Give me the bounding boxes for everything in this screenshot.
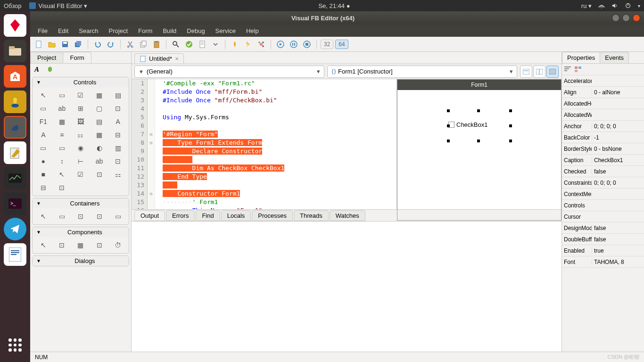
- bottom-tab-errors[interactable]: Errors: [166, 210, 195, 221]
- toolbox-control[interactable]: ab: [53, 102, 71, 115]
- procedure-combo[interactable]: ⟨⟩Form1 [Constructor]▾: [327, 66, 517, 78]
- toolbox-control[interactable]: ▭: [34, 142, 52, 154]
- cut-button[interactable]: [124, 39, 136, 50]
- app-menu-indicator[interactable]: Visual FB Editor ▾: [29, 2, 88, 9]
- property-row[interactable]: Constraints0; 0; 0; 0: [562, 177, 644, 189]
- toolbox-control[interactable]: ≡: [53, 129, 71, 141]
- prop-cat-icon[interactable]: [574, 66, 582, 73]
- toolbox-component[interactable]: ⏱: [109, 239, 127, 251]
- scope-combo[interactable]: ▼(General)▾: [134, 66, 324, 78]
- toolbox-control[interactable]: ▦: [91, 129, 108, 141]
- close-tab-button[interactable]: ×: [175, 55, 179, 62]
- window-maximize-button[interactable]: [622, 14, 630, 22]
- form-designer[interactable]: Form1 CheckBox1: [396, 79, 561, 209]
- toolbox-control[interactable]: ab: [91, 155, 108, 167]
- launcher-telegram[interactable]: [4, 218, 26, 240]
- window-close-button[interactable]: [633, 14, 640, 22]
- launcher-terminal[interactable]: >_: [4, 192, 26, 215]
- checkbox-control[interactable]: CheckBox1: [448, 121, 487, 128]
- bottom-tab-find[interactable]: Find: [196, 210, 220, 221]
- paste-button[interactable]: [151, 39, 162, 50]
- copy-button[interactable]: [138, 39, 149, 50]
- bits-64-button[interactable]: 64: [335, 40, 348, 49]
- toolbox-control[interactable]: ▢: [91, 102, 108, 115]
- launcher-files[interactable]: [4, 40, 26, 62]
- property-row[interactable]: FontTAHOMA, 8: [562, 256, 644, 268]
- toolbox-control[interactable]: ⊡: [109, 102, 127, 115]
- save-button[interactable]: [59, 39, 71, 50]
- compile-button[interactable]: [229, 39, 240, 50]
- toolbox-control[interactable]: ▤: [109, 89, 127, 101]
- toolbox-control[interactable]: ⚏: [109, 168, 127, 181]
- stop-button[interactable]: [301, 39, 313, 50]
- property-row[interactable]: Enabledtrue: [562, 245, 644, 256]
- keyboard-lang-indicator[interactable]: ru ▾: [581, 2, 592, 9]
- toolbox-control[interactable]: ⊟: [34, 181, 52, 194]
- launcher-editor[interactable]: [4, 141, 26, 164]
- redo-button[interactable]: [105, 39, 116, 50]
- property-row[interactable]: CaptionCheckBox1: [562, 155, 644, 166]
- property-row[interactable]: Checkedfalse: [562, 166, 644, 177]
- toolbox-control[interactable]: ▥: [109, 142, 127, 154]
- toolbox-control[interactable]: ☑: [72, 89, 90, 101]
- property-row[interactable]: AllocatedHeight: [562, 98, 644, 109]
- pause-button[interactable]: [288, 39, 299, 50]
- toolbox-control[interactable]: ◐: [91, 142, 108, 154]
- toolbox-control[interactable]: ▤: [91, 115, 108, 128]
- form-tab[interactable]: Form: [63, 52, 91, 63]
- menu-search[interactable]: Search: [74, 26, 103, 36]
- undo-button[interactable]: [92, 39, 103, 50]
- toolbox-component[interactable]: ↖: [34, 239, 52, 251]
- activities-button[interactable]: Обзор: [4, 2, 22, 9]
- text-tool-icon[interactable]: A: [32, 66, 41, 73]
- toolbox-control[interactable]: ↖: [34, 89, 52, 101]
- toolbox-control[interactable]: ◉: [72, 142, 90, 154]
- find-button[interactable]: [170, 39, 182, 50]
- toolbox-control[interactable]: ↖: [53, 168, 71, 181]
- property-row[interactable]: DoubleBufferedfalse: [562, 234, 644, 245]
- bottom-tab-watches[interactable]: Watches: [330, 210, 365, 221]
- toolbox-component[interactable]: ▦: [72, 239, 90, 251]
- launcher-browser[interactable]: [4, 14, 26, 37]
- property-row[interactable]: Accelerator: [562, 75, 644, 87]
- toolbox-control[interactable]: ⊟: [109, 129, 127, 141]
- open-file-button[interactable]: [46, 39, 58, 50]
- settings-button[interactable]: [256, 39, 267, 50]
- menu-service[interactable]: Service: [211, 26, 240, 36]
- toolbox-control[interactable]: ▭: [53, 142, 71, 154]
- launcher-writer[interactable]: [4, 243, 26, 266]
- menu-form[interactable]: Form: [133, 26, 157, 36]
- toolbox-component[interactable]: ⊡: [91, 239, 108, 251]
- dropdown-button[interactable]: [210, 39, 221, 50]
- toolbox-control[interactable]: ↕: [53, 155, 71, 167]
- property-row[interactable]: ContextMenu: [562, 189, 644, 200]
- toolbox-container[interactable]: ▭: [53, 210, 71, 222]
- new-file-button[interactable]: [33, 39, 44, 50]
- document-button[interactable]: [197, 39, 208, 50]
- window-minimize-button[interactable]: [612, 14, 619, 22]
- network-icon[interactable]: [598, 2, 605, 9]
- launcher-monitor[interactable]: [4, 167, 26, 189]
- toolbox-control[interactable]: ▭: [34, 102, 52, 115]
- toolbox-control[interactable]: A: [34, 129, 52, 141]
- check-button[interactable]: [183, 39, 195, 50]
- view-split-button[interactable]: [533, 66, 545, 78]
- clock[interactable]: Se, 21:44 ●: [318, 2, 350, 9]
- output-panel[interactable]: [132, 222, 561, 352]
- property-row[interactable]: BackColor-1: [562, 132, 644, 143]
- toolbox-control[interactable]: ■: [34, 168, 52, 181]
- events-tab[interactable]: Events: [600, 52, 629, 63]
- component-icon[interactable]: [45, 66, 55, 73]
- toolbox-control[interactable]: ⊡: [109, 155, 127, 167]
- window-titlebar[interactable]: Visual FB Editor (x64): [30, 11, 644, 25]
- property-row[interactable]: Cursor: [562, 211, 644, 222]
- save-all-button[interactable]: [73, 39, 84, 50]
- property-row[interactable]: Controls: [562, 200, 644, 211]
- sound-icon[interactable]: [611, 2, 618, 9]
- bottom-tab-locals[interactable]: Locals: [221, 210, 251, 221]
- launcher-software[interactable]: A: [4, 65, 26, 88]
- toolbox-control[interactable]: ⊞: [72, 102, 90, 115]
- power-icon[interactable]: [625, 2, 631, 9]
- quick-run-button[interactable]: [242, 39, 254, 50]
- menu-edit[interactable]: Edit: [53, 26, 73, 36]
